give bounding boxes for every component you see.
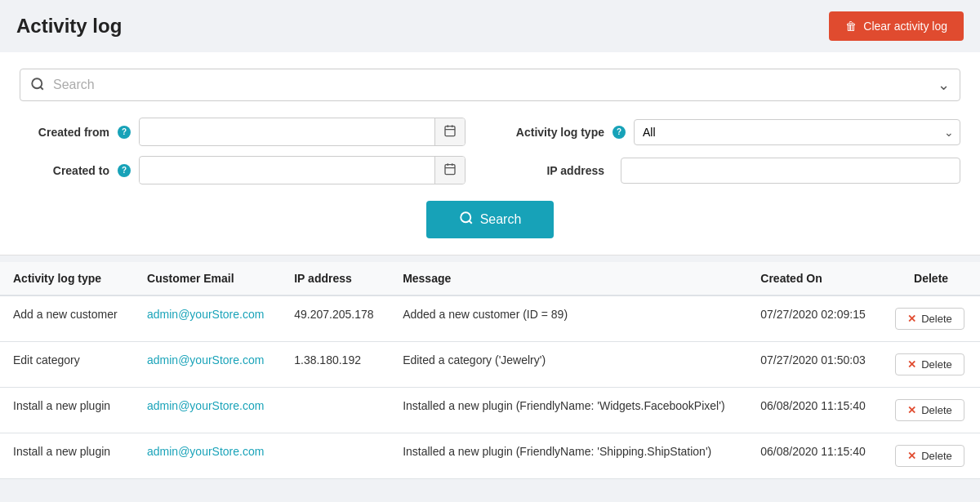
cell-ip-2 [281, 388, 390, 433]
delete-button-1[interactable]: ✕ Delete [895, 353, 964, 375]
cell-delete-1: ✕ Delete [882, 342, 980, 388]
x-icon-0: ✕ [907, 313, 916, 325]
cell-ip-1: 1.38.180.192 [281, 342, 390, 388]
svg-line-1 [40, 87, 42, 89]
svg-line-11 [469, 220, 471, 223]
cell-email-1: admin@yourStore.com [134, 342, 281, 388]
created-to-label: Created to [20, 164, 109, 177]
cell-email-0: admin@yourStore.com [134, 295, 281, 342]
table-body: Add a new customer admin@yourStore.com 4… [0, 295, 980, 479]
filter-grid: Created from ? Activity log type ? All A… [20, 118, 960, 184]
created-to-input[interactable] [140, 158, 434, 183]
table-row: Install a new plugin admin@yourStore.com… [0, 388, 980, 433]
filter-card: Search ⌄ Created from ? Activity log typ… [0, 52, 980, 255]
cell-delete-0: ✕ Delete [882, 295, 980, 342]
table-row: Add a new customer admin@yourStore.com 4… [0, 295, 980, 342]
email-link-2[interactable]: admin@yourStore.com [147, 399, 264, 412]
col-header-created-on: Created On [747, 262, 882, 295]
cell-type-0: Add a new customer [0, 295, 134, 342]
cell-message-3: Installed a new plugin (FriendlyName: 'S… [390, 433, 747, 479]
delete-button-0[interactable]: ✕ Delete [895, 308, 964, 330]
delete-label-0: Delete [921, 313, 952, 325]
cell-delete-2: ✕ Delete [882, 388, 980, 433]
activity-log-type-help-icon[interactable]: ? [612, 126, 626, 139]
page-header: Activity log 🗑 Clear activity log [0, 0, 980, 52]
created-to-input-wrap [139, 156, 466, 184]
search-icon [30, 77, 45, 94]
cell-created-on-2: 06/08/2020 11:15:40 [747, 388, 882, 433]
svg-rect-6 [445, 165, 455, 175]
cell-type-3: Install a new plugin [0, 433, 134, 479]
created-to-help-icon[interactable]: ? [118, 164, 131, 177]
created-from-label: Created from [20, 126, 109, 139]
table-row: Edit category admin@yourStore.com 1.38.1… [0, 342, 980, 388]
svg-rect-2 [445, 127, 455, 136]
svg-point-10 [461, 212, 470, 222]
table-header-row: Activity log type Customer Email IP addr… [0, 262, 980, 295]
created-from-input[interactable] [140, 120, 434, 144]
table-row: Install a new plugin admin@yourStore.com… [0, 433, 980, 479]
cell-message-0: Added a new customer (ID = 89) [390, 295, 747, 342]
search-button-wrap: Search [20, 201, 960, 238]
svg-point-0 [32, 78, 42, 88]
search-bar: Search ⌄ [20, 69, 960, 101]
activity-log-type-label: Activity log type [514, 126, 604, 139]
clear-activity-log-button[interactable]: 🗑 Clear activity log [829, 11, 964, 41]
table-card: Activity log type Customer Email IP addr… [0, 262, 980, 479]
cell-message-2: Installed a new plugin (FriendlyName: 'W… [390, 388, 747, 433]
ip-address-input[interactable] [621, 158, 960, 184]
search-button-icon [459, 211, 474, 229]
delete-button-2[interactable]: ✕ Delete [895, 399, 964, 421]
x-icon-2: ✕ [907, 404, 916, 416]
page-title: Activity log [16, 15, 122, 38]
created-to-calendar-button[interactable] [434, 157, 465, 184]
created-from-calendar-button[interactable] [434, 118, 465, 145]
table-header: Activity log type Customer Email IP addr… [0, 262, 980, 295]
email-link-0[interactable]: admin@yourStore.com [147, 308, 264, 321]
activity-log-type-select-wrap: All Add a new customer Edit category Ins… [634, 119, 960, 145]
delete-label-2: Delete [921, 404, 952, 416]
email-link-1[interactable]: admin@yourStore.com [147, 353, 264, 367]
created-from-row: Created from ? [20, 118, 466, 146]
col-header-ip: IP address [281, 262, 390, 295]
col-header-message: Message [390, 262, 747, 295]
search-button-label: Search [480, 212, 522, 227]
col-header-delete: Delete [882, 262, 980, 295]
created-from-input-wrap [139, 118, 466, 146]
cell-created-on-0: 07/27/2020 02:09:15 [747, 295, 882, 342]
cell-email-3: admin@yourStore.com [134, 433, 281, 479]
delete-label-3: Delete [921, 450, 952, 462]
col-header-email: Customer Email [134, 262, 281, 295]
cell-created-on-1: 07/27/2020 01:50:03 [747, 342, 882, 388]
cell-type-2: Install a new plugin [0, 388, 134, 433]
x-icon-1: ✕ [907, 358, 916, 371]
cell-email-2: admin@yourStore.com [134, 388, 281, 433]
search-bar-placeholder: Search [53, 78, 95, 92]
ip-address-row: IP address [514, 156, 960, 184]
ip-address-label: IP address [514, 164, 604, 177]
cell-ip-0: 49.207.205.178 [281, 295, 390, 342]
chevron-down-icon: ⌄ [938, 76, 950, 94]
col-header-type: Activity log type [0, 262, 134, 295]
created-to-row: Created to ? [20, 156, 466, 184]
delete-label-1: Delete [921, 358, 952, 371]
x-icon-3: ✕ [907, 450, 916, 462]
delete-button-3[interactable]: ✕ Delete [895, 445, 964, 467]
activity-log-table: Activity log type Customer Email IP addr… [0, 262, 980, 479]
activity-log-type-select[interactable]: All Add a new customer Edit category Ins… [634, 119, 960, 145]
activity-log-type-row: Activity log type ? All Add a new custom… [514, 118, 960, 146]
trash-icon: 🗑 [845, 20, 857, 33]
cell-message-1: Edited a category ('Jewelry') [390, 342, 747, 388]
cell-type-1: Edit category [0, 342, 134, 388]
cell-created-on-3: 06/08/2020 11:15:40 [747, 433, 882, 479]
created-from-help-icon[interactable]: ? [118, 126, 131, 139]
search-button[interactable]: Search [426, 201, 555, 238]
cell-ip-3 [281, 433, 390, 479]
email-link-3[interactable]: admin@yourStore.com [147, 445, 264, 458]
cell-delete-3: ✕ Delete [882, 433, 980, 479]
